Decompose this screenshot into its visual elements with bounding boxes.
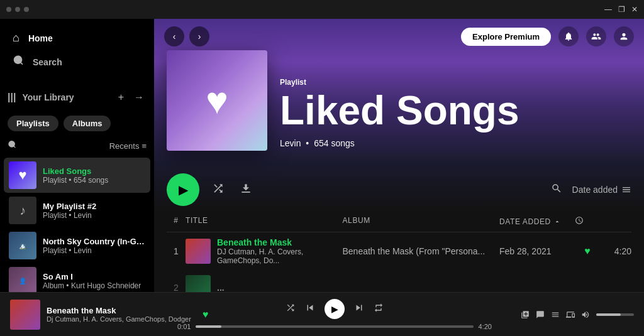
col-date: Date added xyxy=(499,216,575,227)
filter-buttons: Playlists Albums xyxy=(0,111,154,136)
controls-bar: ▶ Date added xyxy=(154,163,644,211)
titlebar-dot xyxy=(24,7,29,12)
player-progress: 0:01 4:20 xyxy=(177,323,492,330)
sidebar-nav: ⌂ Home Search xyxy=(0,19,154,82)
date-added-label: Date added xyxy=(572,185,631,195)
devices-button[interactable] xyxy=(566,310,575,319)
list-item[interactable]: ♪ My Playlist #2 Playlist • Levin xyxy=(4,193,150,228)
titlebar: — ❐ ✕ xyxy=(0,0,644,19)
titlebar-dots xyxy=(6,7,29,12)
north-sky-thumb: 🏔️ xyxy=(9,232,36,259)
maximize-button[interactable]: ❐ xyxy=(618,5,625,14)
play-button[interactable]: ▶ xyxy=(167,173,199,206)
library-title-group[interactable]: ||| Your Library xyxy=(8,92,116,103)
player-artwork xyxy=(10,300,40,330)
track-duration: 4:20 xyxy=(600,246,631,256)
friends-button[interactable] xyxy=(586,26,606,46)
now-playing-button[interactable] xyxy=(521,310,530,319)
volume-button[interactable] xyxy=(581,310,590,319)
expand-library-button[interactable]: → xyxy=(131,89,147,106)
list-item[interactable]: 👤 So Am I Album • Kurt Hugo Schneider xyxy=(4,263,150,292)
notifications-button[interactable] xyxy=(558,26,579,46)
playlist-meta: Playlist • Levin xyxy=(43,211,145,220)
recents-label[interactable]: Recents ≡ xyxy=(109,141,147,151)
sidebar-item-home[interactable]: ⌂ Home xyxy=(5,26,149,50)
player-right-controls xyxy=(521,310,634,319)
profile-button[interactable] xyxy=(614,26,634,46)
library-search-bar: Recents ≡ xyxy=(0,136,154,155)
track-text: Beneath the Mask DJ Cutman, H. A. Covers… xyxy=(217,237,343,265)
table-row[interactable]: 1 Beneath the Mask DJ Cutman, H. A. Cove… xyxy=(167,232,631,270)
player-repeat-button[interactable] xyxy=(374,303,384,315)
track-title-cell: ... xyxy=(186,275,343,292)
player-controls: ▶ xyxy=(286,299,384,319)
library-icon: ||| xyxy=(8,92,16,103)
controls-right: Date added xyxy=(551,183,631,197)
library-search-icon[interactable] xyxy=(8,140,16,151)
progress-bar[interactable] xyxy=(196,325,473,328)
playlist-meta: Playlist • Levin xyxy=(43,246,145,255)
so-am-i-thumb: 👤 xyxy=(9,267,36,292)
lyrics-button[interactable] xyxy=(536,310,545,319)
liked-songs-thumb: ♥ xyxy=(9,161,36,189)
player-shuffle-button[interactable] xyxy=(286,303,296,315)
content-area: ‹ › Explore Premium xyxy=(154,19,644,292)
list-item[interactable]: 🏔️ North Sky Country (In-Game) Playlist … xyxy=(4,228,150,263)
meta-dot: • xyxy=(306,138,311,148)
forward-button[interactable]: › xyxy=(189,26,209,46)
hero-section: ‹ › Explore Premium xyxy=(154,19,644,163)
track-name: Beneath the Mask xyxy=(217,237,343,247)
volume-bar[interactable] xyxy=(596,313,634,316)
col-duration-icon xyxy=(575,216,600,227)
search-icon xyxy=(13,55,24,69)
explore-premium-button[interactable]: Explore Premium xyxy=(461,28,551,46)
titlebar-dot xyxy=(15,7,20,12)
add-library-button[interactable]: + xyxy=(116,89,126,106)
player-center: ▶ 0:01 4:20 xyxy=(156,299,513,330)
queue-button[interactable] xyxy=(551,310,560,319)
track-num: 2 xyxy=(167,283,186,292)
minimize-button[interactable]: — xyxy=(604,5,612,14)
total-time: 4:20 xyxy=(479,323,492,330)
back-button[interactable]: ‹ xyxy=(164,26,184,46)
list-item[interactable]: ♥ Liked Songs Playlist • 654 songs xyxy=(4,158,150,193)
player-prev-button[interactable] xyxy=(304,302,316,316)
hero-user: Levin xyxy=(280,138,301,148)
track-table: # Title Album Date added 1 Beneath xyxy=(154,211,644,292)
titlebar-dot xyxy=(6,7,11,12)
filter-playlists-button[interactable]: Playlists xyxy=(8,116,58,131)
player-play-button[interactable]: ▶ xyxy=(325,299,345,319)
content-topbar: ‹ › Explore Premium xyxy=(154,19,644,54)
player-bar: Beneath the Mask Dj Cutman, H. A. Covers… xyxy=(0,292,644,336)
sidebar-item-label: Home xyxy=(28,33,53,43)
close-button[interactable]: ✕ xyxy=(631,5,638,14)
track-artist: DJ Cutman, H. A. Covers, GameChops, Do..… xyxy=(217,247,343,265)
table-row[interactable]: 2 ... xyxy=(167,270,631,292)
nav-arrows: ‹ › xyxy=(164,26,209,46)
playlist-meta: Album • Kurt Hugo Schneider xyxy=(43,281,145,290)
download-button[interactable] xyxy=(237,180,255,200)
hero-type-label: Playlist xyxy=(280,78,631,87)
playlist-info: North Sky Country (In-Game) Playlist • L… xyxy=(43,237,145,255)
hero-artwork: ♥ xyxy=(167,50,267,151)
track-num: 1 xyxy=(167,246,186,256)
playlist-info: My Playlist #2 Playlist • Levin xyxy=(43,202,145,220)
hero-count: 654 songs xyxy=(314,138,355,148)
playlist-list: ♥ Liked Songs Playlist • 654 songs ♪ My … xyxy=(0,155,154,292)
playlist-info: So Am I Album • Kurt Hugo Schneider xyxy=(43,272,145,290)
topbar-right: Explore Premium xyxy=(461,26,634,46)
player-next-button[interactable] xyxy=(353,302,365,316)
filter-albums-button[interactable]: Albums xyxy=(64,116,111,131)
col-album: Album xyxy=(343,216,500,227)
track-search-button[interactable] xyxy=(551,183,562,197)
col-num: # xyxy=(167,216,186,227)
hero-title: Liked Songs xyxy=(280,90,631,131)
progress-fill xyxy=(196,325,221,328)
heart-icon: ♥ xyxy=(206,79,228,122)
home-icon: ⌂ xyxy=(13,31,19,45)
sidebar-item-search[interactable]: Search xyxy=(5,50,149,74)
track-title-cell: Beneath the Mask DJ Cutman, H. A. Covers… xyxy=(186,237,343,265)
track-like-icon: ♥ xyxy=(575,246,600,257)
playlist-name: My Playlist #2 xyxy=(43,202,145,211)
shuffle-button[interactable] xyxy=(209,180,227,200)
